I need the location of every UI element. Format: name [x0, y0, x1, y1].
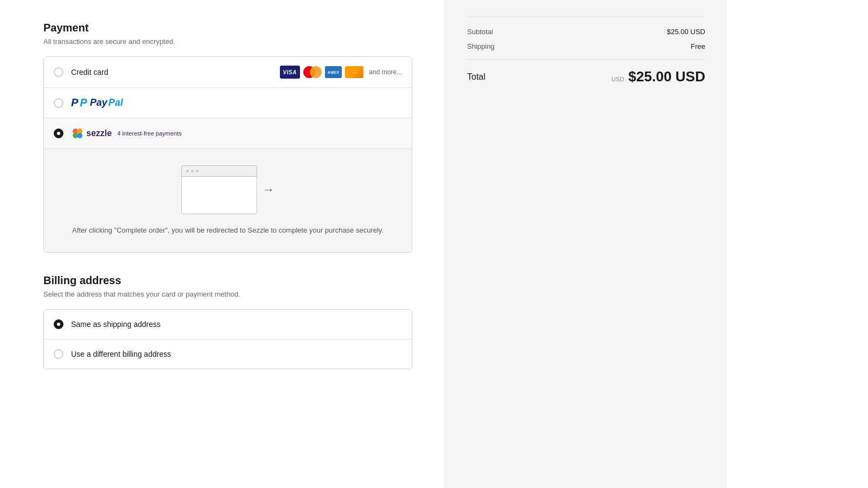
paypal-text2: Pal — [108, 97, 123, 108]
amex-icon: AMEX — [325, 66, 342, 78]
browser-bar — [182, 166, 257, 177]
payment-option-credit-card[interactable]: Credit card VISA AMEX → and more... — [44, 57, 412, 88]
total-divider — [467, 59, 705, 60]
sezzle-logo: sezzle 4 interest-free payments — [71, 127, 182, 140]
billing-option-different[interactable]: Use a different billing address — [44, 339, 412, 369]
radio-credit-card[interactable] — [54, 67, 63, 77]
subtotal-value: $25.00 USD — [667, 28, 705, 36]
sezzle-tagline: 4 interest-free payments — [117, 130, 182, 137]
and-more-label: and more... — [369, 68, 402, 76]
shipping-row: Shipping Free — [467, 42, 705, 50]
same-shipping-label: Same as shipping address — [71, 320, 402, 329]
total-amount: $25.00 USD — [628, 68, 705, 85]
billing-subtitle: Select the address that matches your car… — [43, 290, 412, 298]
payment-options-container: Credit card VISA AMEX → and more... — [43, 56, 412, 253]
total-label: Total — [467, 72, 486, 82]
subtotal-label: Subtotal — [467, 28, 493, 36]
redirect-illustration: → — [55, 165, 401, 214]
total-value-wrapper: USD $25.00 USD — [611, 68, 705, 85]
sezzle-name-text: sezzle — [86, 129, 112, 138]
sezzle-icon — [71, 127, 84, 140]
shipping-label: Shipping — [467, 42, 495, 50]
radio-paypal[interactable] — [54, 98, 63, 108]
different-billing-label: Use a different billing address — [71, 350, 402, 358]
visa-icon: VISA — [280, 66, 300, 79]
payment-option-paypal[interactable]: P P PayPal — [44, 88, 412, 118]
radio-same-shipping[interactable] — [54, 319, 63, 329]
paypal-icon-p2: P — [80, 97, 87, 109]
order-summary-panel: Subtotal $25.00 USD Shipping Free Total … — [445, 0, 727, 488]
summary-top-divider — [467, 16, 705, 17]
paypal-text: Pay — [90, 97, 107, 108]
total-row: Total USD $25.00 USD — [467, 68, 705, 85]
billing-option-same[interactable]: Same as shipping address — [44, 310, 412, 339]
shipping-value: Free — [691, 42, 705, 50]
paypal-icon-p: P — [71, 97, 78, 109]
sezzle-redirect-panel: → After clicking "Complete order", you w… — [44, 149, 412, 252]
subtotal-row: Subtotal $25.00 USD — [467, 28, 705, 36]
billing-options-container: Same as shipping address Use a different… — [43, 309, 412, 369]
generic-card-icon: → — [345, 66, 363, 78]
billing-title: Billing address — [43, 274, 412, 287]
browser-window — [181, 165, 257, 214]
card-icons: VISA AMEX → and more... — [280, 66, 402, 79]
payment-option-sezzle[interactable]: sezzle 4 interest-free payments — [44, 118, 412, 149]
paypal-logo: P P PayPal — [71, 97, 123, 109]
payment-title: Payment — [43, 22, 412, 34]
mastercard-icon — [303, 66, 322, 78]
radio-sezzle[interactable] — [54, 129, 63, 138]
credit-card-label: Credit card — [71, 68, 280, 76]
sezzle-redirect-text: After clicking "Complete order", you wil… — [55, 225, 401, 236]
redirect-arrow-icon: → — [263, 183, 275, 197]
total-currency: USD — [611, 76, 624, 82]
svg-point-3 — [77, 133, 82, 138]
radio-different-billing[interactable] — [54, 349, 63, 359]
payment-subtitle: All transactions are secure and encrypte… — [43, 37, 412, 46]
